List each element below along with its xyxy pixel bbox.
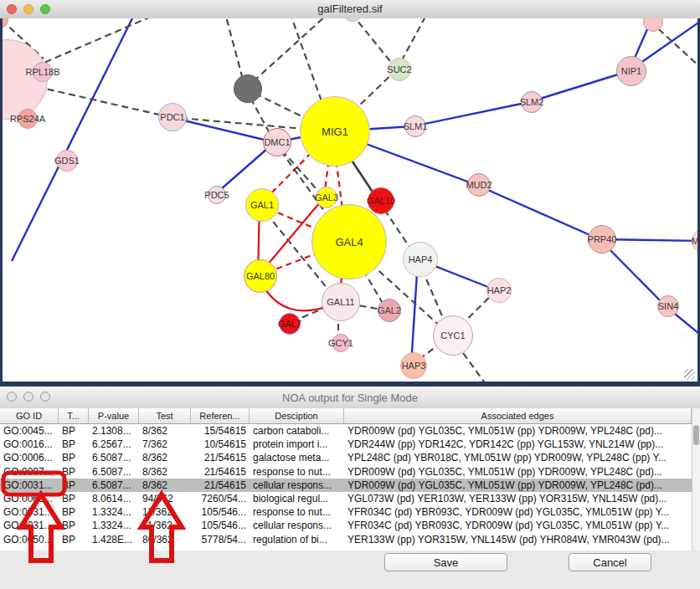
node-HAP4[interactable]: HAP4 (403, 242, 438, 277)
table-cell: 8/362 (139, 451, 191, 464)
column-header-4[interactable]: Referen... (191, 408, 250, 423)
table-cell: galactose meta... (250, 451, 344, 464)
node-MUD2[interactable]: MUD2 (467, 173, 491, 197)
network-canvas[interactable]: RPL18BRPS24AGDS1PDC1DMC1MIG1SUC2NIP1SLM2… (0, 18, 700, 387)
table-cell: BP (59, 424, 89, 438)
table-cell: 8/362 (139, 479, 191, 492)
node-DMC1[interactable]: DMC1 (263, 128, 291, 156)
table-cell: GO:0007... (0, 465, 59, 479)
node-HAP2[interactable]: HAP2 (486, 278, 512, 303)
node-graynode[interactable] (234, 74, 262, 103)
table-cell: 7260/54... (191, 492, 250, 505)
table-cell: BP (59, 479, 89, 492)
table-cell: 6.5087... (89, 479, 139, 492)
scrollbar-thumb[interactable] (693, 425, 699, 445)
node-HAP3[interactable]: HAP3 (400, 352, 427, 379)
node-label: DMC1 (264, 137, 290, 147)
table-cell: 10/54615 (191, 438, 250, 451)
node-RPL18B[interactable]: RPL18B (33, 62, 53, 82)
node-label: GAL4 (335, 236, 363, 248)
node-label: HAP4 (409, 254, 433, 264)
column-header-3[interactable]: Test (139, 408, 191, 423)
node-GAL4[interactable]: GAL4 (311, 204, 387, 279)
table-cell: 6.2567... (89, 438, 139, 451)
node-SUC2[interactable]: SUC2 (388, 58, 411, 81)
table-cell: YDR244W (pp) YDR142C, YDR142C (pp) YGL15… (344, 438, 692, 451)
edge (476, 185, 600, 239)
node-GAL10[interactable]: GAL10 (368, 187, 394, 214)
node-GDS1[interactable]: GDS1 (56, 150, 78, 172)
table-row[interactable]: GO:0031...BP1.3324...11/362105/546...cel… (0, 519, 692, 532)
table-cell: YDR009W (pd) YGL035C, YML051W (pp) YDR00… (344, 479, 692, 492)
node-label: MSN5 (692, 236, 700, 246)
table-row[interactable]: GO:0016...BP6.2567...7/36210/54615protei… (0, 438, 692, 451)
save-button[interactable]: Save (384, 553, 507, 571)
table-cell: GO:0006... (0, 451, 59, 464)
table-row[interactable]: GO:0050...BP1.428E...80/3625778/54...reg… (0, 533, 692, 546)
node-label: GAL1 (250, 200, 274, 210)
node-SLM1[interactable]: SLM1 (404, 115, 426, 137)
node-RPS24A[interactable]: RPS24A (18, 109, 38, 129)
node-PRP40[interactable]: PRP40 (588, 225, 616, 254)
node-label: PDC1 (160, 112, 184, 122)
node-GAL3[interactable]: GAL3 (316, 187, 337, 208)
node-GAL7[interactable]: GAL7 (279, 313, 301, 335)
vertical-scrollbar[interactable] (692, 408, 700, 551)
node-GCY1[interactable]: GCY1 (332, 334, 350, 352)
table-cell: GO:0031... (0, 479, 59, 492)
table-cell: YFR034C (pd) YBR093C, YDR009W (pd) YGL03… (344, 519, 692, 532)
node-label: HAP2 (487, 285, 512, 295)
node-PDC5[interactable]: PDC5 (208, 186, 226, 204)
table-cell: 105/546... (191, 505, 250, 519)
table-row[interactable]: GO:0045...BP2.1308...8/36215/54615carbon… (0, 424, 692, 438)
node-GAL2[interactable]: GAL2 (378, 299, 401, 322)
column-header-1[interactable]: T... (59, 408, 89, 423)
table-cell: 15/54615 (191, 424, 250, 438)
column-header-2[interactable]: P-value (89, 408, 139, 423)
table-cell: GO:0031... (0, 519, 59, 532)
table-cell: response to nut... (250, 505, 344, 519)
table-cell: GO:0016... (0, 438, 59, 451)
node-SIN4[interactable]: SIN4 (657, 295, 679, 317)
node-MIG1[interactable]: MIG1 (300, 96, 370, 166)
table-row[interactable]: GO:0031...BP1.3324...11/362105/546...res… (0, 505, 692, 519)
network-window-title: galFiltered.sif (0, 3, 700, 15)
node-label: GAL3 (315, 192, 338, 202)
table-row[interactable]: GO:0065...BP8.0614...94/3627260/54...bio… (0, 492, 692, 505)
table-cell: 7/362 (139, 438, 191, 451)
resize-grip[interactable] (684, 369, 695, 380)
table-cell: GO:0031... (0, 505, 59, 519)
table-cell: 21/54615 (191, 451, 250, 464)
node-SLM2[interactable]: SLM2 (521, 91, 543, 113)
table-cell: cellular respons... (250, 479, 344, 492)
node-label: CYC1 (440, 330, 465, 341)
table-cell: YPL248C (pd) YBR018C, YML051W (pp) YDR00… (344, 451, 692, 464)
node-GAL80[interactable]: GAL80 (244, 259, 277, 293)
column-header-5[interactable]: Desciption (250, 408, 344, 423)
table-cell: BP (59, 519, 89, 532)
edge (413, 102, 529, 126)
network-titlebar: galFiltered.sif (0, 0, 700, 19)
column-header-6[interactable]: Associated edges (344, 408, 692, 423)
node-PDC1[interactable]: PDC1 (158, 103, 187, 131)
table-cell: 80/362 (139, 533, 191, 546)
table-cell: biological regul... (250, 492, 344, 505)
column-header-0[interactable]: GO ID (0, 408, 59, 423)
node-NIP1[interactable]: NIP1 (616, 56, 646, 86)
node-GAL1[interactable]: GAL1 (245, 188, 279, 222)
node-GAL11[interactable]: GAL11 (322, 283, 360, 321)
cancel-button[interactable]: Cancel (569, 553, 651, 571)
table-body: GO:0045...BP2.1308...8/36215/54615carbon… (0, 424, 692, 551)
table-cell: BP (59, 465, 89, 479)
node-CYC1[interactable]: CYC1 (433, 315, 473, 356)
table-cell: carbon cataboli... (250, 424, 344, 438)
table-cell: 8.0614... (89, 492, 139, 505)
table-cell: 11/362 (139, 505, 191, 519)
table-cell: GO:0050... (0, 533, 59, 546)
table-row[interactable]: GO:0031...BP6.5087...8/36221/54615cellul… (0, 479, 692, 492)
table-row[interactable]: GO:0006...BP6.5087...8/36221/54615galact… (0, 451, 692, 464)
table-cell: 11/362 (139, 519, 191, 532)
node-label: GDS1 (54, 156, 80, 166)
table-cell: 8/362 (139, 465, 191, 479)
table-row[interactable]: GO:0007...BP6.5087...8/36221/54615respon… (0, 465, 692, 479)
